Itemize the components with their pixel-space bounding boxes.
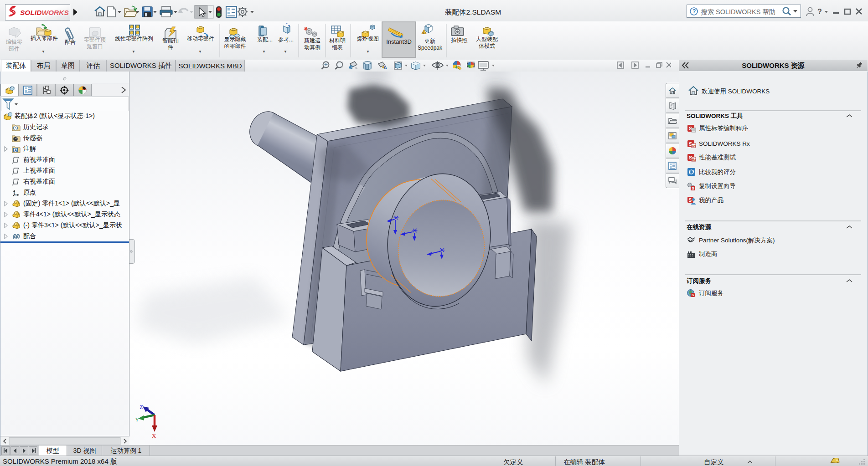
- svg-text:我的产品: 我的产品: [698, 197, 723, 204]
- svg-text:性能基准测试: 性能基准测试: [698, 154, 736, 161]
- svg-text:属性标签编制程序: 属性标签编制程序: [699, 125, 749, 132]
- svg-text:订阅服务: 订阅服务: [698, 290, 724, 297]
- svg-text:制造商: 制造商: [699, 251, 718, 257]
- svg-text:!: !: [423, 31, 424, 34]
- svg-text:订阅服务: 订阅服务: [686, 277, 712, 284]
- svg-text:比较我的评分: 比较我的评分: [699, 169, 736, 175]
- svg-text:Y: Y: [135, 416, 140, 423]
- svg-text:S: S: [688, 198, 692, 203]
- svg-text:X: X: [152, 432, 156, 439]
- svg-text:Rx: Rx: [692, 158, 696, 161]
- svg-text:Rx: Rx: [692, 144, 696, 148]
- svg-text:复制设置向导: 复制设置向导: [699, 183, 736, 189]
- svg-text:A: A: [383, 65, 387, 70]
- svg-text:Z: Z: [140, 404, 143, 410]
- svg-text:?: ?: [692, 8, 696, 15]
- svg-text:A: A: [14, 148, 17, 152]
- svg-text:S: S: [692, 293, 694, 297]
- svg-text:S: S: [692, 186, 694, 190]
- svg-text:SOLIDWORKS Rx: SOLIDWORKS Rx: [699, 140, 750, 147]
- svg-text:SOLIDWORKS 工具: SOLIDWORKS 工具: [687, 113, 743, 119]
- svg-text:在线资源: 在线资源: [686, 224, 712, 230]
- svg-text:欢迎使用 SOLIDWORKS: 欢迎使用 SOLIDWORKS: [702, 88, 770, 95]
- svg-text:SOLIDWORKS 资源: SOLIDWORKS 资源: [742, 61, 805, 69]
- svg-text:SOLIDWORKS: SOLIDWORKS: [20, 9, 69, 16]
- svg-text:?: ?: [817, 8, 822, 15]
- svg-text:Partner Solutions(解决方案): Partner Solutions(解决方案): [699, 237, 775, 244]
